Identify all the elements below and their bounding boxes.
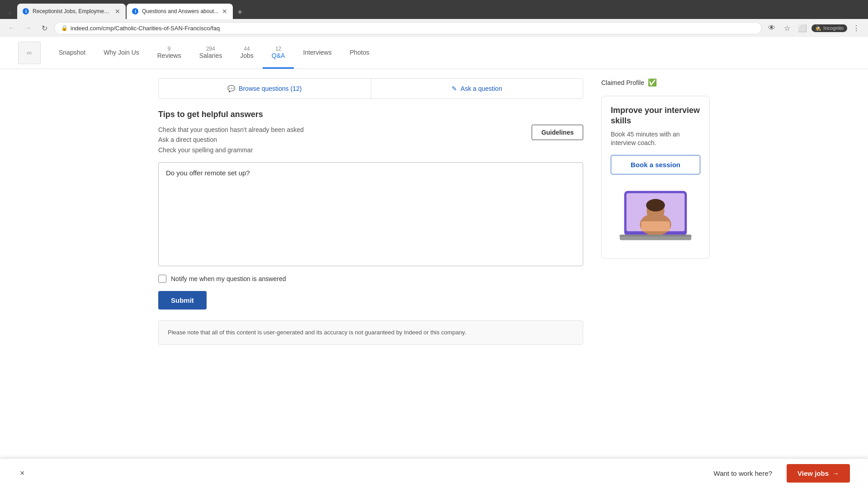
tip-item: Ask a direct question bbox=[158, 135, 583, 145]
incognito-label: Incognito bbox=[823, 25, 844, 31]
menu-button[interactable]: ⋮ bbox=[850, 22, 863, 34]
back-button[interactable]: ← bbox=[5, 22, 18, 34]
tab-title-1: Receptionist Jobs, Employment... bbox=[33, 8, 111, 14]
reload-button[interactable]: ↻ bbox=[38, 22, 51, 34]
nav-count-qa: 12 bbox=[275, 46, 281, 52]
nav-item-salaries[interactable]: 294Salaries bbox=[190, 38, 231, 69]
nav-label-reviews: Reviews bbox=[157, 52, 181, 59]
checkbox-row: Notify me when my question is answered bbox=[158, 275, 583, 283]
tab-title-2: Questions and Answers about... bbox=[142, 8, 218, 14]
tab-back-arrow[interactable]: ‹ bbox=[4, 6, 16, 19]
qa-actions: 💬 Browse questions (12) ✎ Ask a question bbox=[158, 78, 583, 99]
nav-count-jobs: 44 bbox=[244, 46, 250, 52]
browse-questions-button[interactable]: 💬 Browse questions (12) bbox=[159, 79, 371, 99]
forward-button[interactable]: → bbox=[22, 22, 34, 34]
guidelines-button[interactable]: Guidelines bbox=[532, 125, 583, 140]
lock-icon: 🔒 bbox=[61, 25, 68, 31]
claimed-profile: Claimed Profile ✅ bbox=[601, 78, 710, 87]
tips-list: Guidelines Check that your question hasn… bbox=[158, 125, 583, 155]
nav-count-salaries: 294 bbox=[206, 46, 215, 52]
toolbar-right: 👁 ☆ ⬜ 🕵 Incognito ⋮ bbox=[765, 22, 863, 34]
nav-label-jobs: Jobs bbox=[240, 52, 254, 59]
nav-item-interviews[interactable]: Interviews bbox=[294, 41, 340, 66]
browser-chrome: ‹ ℹ Receptionist Jobs, Employment... ✕ ℹ… bbox=[0, 0, 868, 37]
nav-label-interviews: Interviews bbox=[303, 49, 331, 56]
svg-text:CC: CC bbox=[27, 51, 32, 55]
interview-card: Improve your interview skills Book 45 mi… bbox=[601, 96, 710, 259]
submit-button[interactable]: Submit bbox=[158, 291, 207, 310]
ask-question-label: Ask a question bbox=[461, 85, 502, 92]
nav-item-snapshot[interactable]: Snapshot bbox=[50, 41, 94, 66]
tab-close-2[interactable]: ✕ bbox=[222, 8, 227, 15]
nav-label-why-join-us: Why Join Us bbox=[104, 49, 139, 56]
new-tab-button[interactable]: + bbox=[234, 6, 246, 19]
nav-item-reviews[interactable]: 9Reviews bbox=[148, 38, 190, 69]
incognito-pill: 🕵 Incognito bbox=[811, 24, 847, 32]
nav-item-why-join-us[interactable]: Why Join Us bbox=[94, 41, 148, 66]
browser-tab-2[interactable]: ℹ Questions and Answers about... ✕ bbox=[127, 4, 233, 19]
nav-label-salaries: Salaries bbox=[199, 52, 222, 59]
nav-items: SnapshotWhy Join Us9Reviews294Salaries44… bbox=[50, 38, 378, 69]
tab-icon-1: ℹ bbox=[23, 8, 29, 14]
ask-question-button[interactable]: ✎ Ask a question bbox=[371, 79, 583, 99]
tip-item: Check your spelling and grammar bbox=[158, 145, 583, 155]
interview-illustration bbox=[611, 182, 700, 249]
disclaimer-text: Please note that all of this content is … bbox=[158, 320, 583, 345]
chat-icon: 💬 bbox=[227, 85, 235, 92]
tips-title: Tips to get helpful answers bbox=[158, 110, 583, 119]
interview-card-title: Improve your interview skills bbox=[611, 105, 700, 127]
company-logo: CC bbox=[18, 37, 41, 69]
logo-image: CC bbox=[18, 42, 41, 64]
claimed-profile-label: Claimed Profile bbox=[601, 79, 644, 86]
svg-rect-7 bbox=[641, 221, 670, 231]
tips-container: Check that your question hasn't already … bbox=[158, 125, 583, 155]
browser-tabs: ‹ ℹ Receptionist Jobs, Employment... ✕ ℹ… bbox=[0, 4, 868, 19]
browse-questions-label: Browse questions (12) bbox=[239, 85, 302, 92]
edit-icon: ✎ bbox=[452, 85, 457, 92]
tab-icon-2: ℹ bbox=[132, 8, 138, 14]
extension-icon[interactable]: ⬜ bbox=[796, 22, 809, 34]
interview-card-desc: Book 45 minutes with an interview coach. bbox=[611, 130, 700, 148]
question-textarea[interactable] bbox=[158, 162, 583, 266]
svg-rect-9 bbox=[620, 235, 691, 237]
privacy-icon[interactable]: 👁 bbox=[765, 22, 778, 34]
sidebar: Claimed Profile ✅ Improve your interview… bbox=[601, 69, 710, 345]
nav-label-snapshot: Snapshot bbox=[59, 49, 85, 56]
checkmark-icon: ✅ bbox=[648, 78, 657, 87]
bookmark-icon[interactable]: ☆ bbox=[781, 22, 793, 34]
company-nav: CC SnapshotWhy Join Us9Reviews294Salarie… bbox=[0, 37, 868, 69]
tip-item: Check that your question hasn't already … bbox=[158, 125, 583, 135]
browser-tab-1[interactable]: ℹ Receptionist Jobs, Employment... ✕ bbox=[17, 4, 126, 19]
notify-checkbox[interactable] bbox=[158, 275, 166, 283]
incognito-icon: 🕵 bbox=[815, 25, 821, 31]
nav-item-photos[interactable]: Photos bbox=[340, 41, 378, 66]
url-text: indeed.com/cmp/Catholic-Charities-of-SAN… bbox=[71, 25, 755, 32]
nav-item-qa[interactable]: 12Q&A bbox=[263, 38, 294, 69]
svg-point-6 bbox=[646, 199, 665, 211]
nav-count-reviews: 9 bbox=[168, 46, 171, 52]
tab-close-1[interactable]: ✕ bbox=[115, 8, 120, 15]
address-bar[interactable]: 🔒 indeed.com/cmp/Catholic-Charities-of-S… bbox=[54, 22, 762, 34]
browser-toolbar: ← → ↻ 🔒 indeed.com/cmp/Catholic-Charitie… bbox=[0, 19, 868, 37]
notify-label: Notify me when my question is answered bbox=[171, 275, 286, 282]
main-layout: 💬 Browse questions (12) ✎ Ask a question… bbox=[140, 69, 728, 345]
book-session-button[interactable]: Book a session bbox=[611, 155, 700, 174]
tips-section: Tips to get helpful answers Guidelines C… bbox=[158, 110, 583, 267]
main-content: 💬 Browse questions (12) ✎ Ask a question… bbox=[158, 69, 583, 345]
nav-label-qa: Q&A bbox=[272, 52, 285, 59]
nav-item-jobs[interactable]: 44Jobs bbox=[231, 38, 263, 69]
question-area bbox=[158, 162, 583, 267]
nav-label-photos: Photos bbox=[349, 49, 369, 56]
